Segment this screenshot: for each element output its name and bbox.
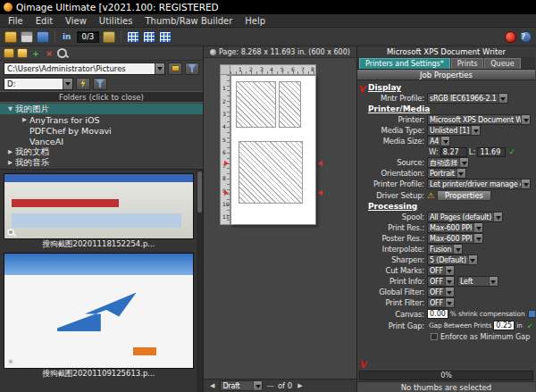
enforce-min-gap-checkbox[interactable] — [431, 333, 438, 340]
print-info-dropdown[interactable]: OFF — [427, 276, 455, 287]
red-v-icon[interactable]: V — [359, 361, 366, 370]
print-placement[interactable] — [236, 81, 276, 128]
global-filter-dropdown[interactable]: OFF — [427, 287, 455, 297]
menu-help[interactable]: Help — [239, 16, 272, 26]
print-placement[interactable] — [239, 141, 303, 204]
media-size-dropdown[interactable]: A4 — [427, 136, 450, 146]
source-dropdown[interactable]: 自动选择 — [427, 157, 469, 168]
folders-header[interactable]: Folders (click to close) — [0, 91, 203, 103]
dropdown-arrow-icon[interactable] — [459, 158, 468, 167]
print-info-position-dropdown[interactable]: Left — [457, 276, 498, 287]
sort-filter-button[interactable] — [93, 78, 107, 90]
record-icon[interactable] — [505, 31, 516, 43]
dropdown-arrow-icon[interactable] — [456, 169, 465, 178]
printer-icon[interactable] — [21, 31, 33, 43]
tab-prints[interactable]: Prints — [451, 58, 484, 69]
new-folder-icon[interactable] — [17, 48, 28, 58]
menu-thumb-raw-builder[interactable]: Thumb/Raw Builder — [138, 16, 239, 26]
tree-item-vanceai[interactable]: VanceAI — [0, 136, 203, 146]
dropdown-arrow-icon[interactable] — [468, 255, 477, 264]
filter-button[interactable] — [185, 63, 199, 75]
media-type-dropdown[interactable]: Unlisted [1] — [427, 125, 481, 136]
interpolate-dropdown[interactable]: Fusion — [427, 244, 463, 254]
dropdown-arrow-icon[interactable] — [489, 277, 498, 286]
grid-view-icon[interactable] — [127, 31, 139, 43]
chevron-down-icon[interactable] — [63, 79, 72, 89]
open-folder-icon[interactable] — [4, 31, 17, 43]
expand-icon[interactable]: ▶ — [5, 148, 15, 155]
lock-icon[interactable] — [103, 31, 115, 43]
dropdown-arrow-icon[interactable] — [498, 94, 507, 103]
expand-icon[interactable]: ▶ — [5, 159, 15, 166]
save-job-icon[interactable] — [37, 31, 49, 43]
tree-item-my-documents[interactable]: ▶ 我的文档 — [0, 146, 203, 157]
canvas-input[interactable]: 0.00 — [427, 309, 448, 319]
length-field[interactable]: 11.69 — [477, 147, 506, 157]
canvas-color-swatch[interactable] — [528, 310, 535, 318]
menu-utilities[interactable]: Utilities — [93, 16, 139, 26]
browse-folder-button[interactable] — [168, 63, 182, 75]
width-field[interactable]: 8.27 — [440, 147, 467, 157]
quick-scan-button[interactable] — [76, 78, 90, 90]
gap-input[interactable]: 0.25 — [493, 321, 515, 330]
red-v-icon[interactable]: V — [358, 85, 365, 94]
thumbnail-image[interactable] — [4, 173, 194, 239]
dropdown-arrow-icon[interactable] — [521, 179, 530, 188]
magnifier-icon[interactable] — [7, 229, 14, 236]
folder-up-icon[interactable] — [4, 48, 14, 58]
spool-dropdown[interactable]: All Pages (default) — [427, 212, 503, 222]
thumbnails-scrollbar[interactable] — [197, 170, 203, 392]
thumbnail-image[interactable] — [4, 253, 194, 369]
dropdown-arrow-icon[interactable] — [473, 234, 482, 243]
magnifier-icon[interactable] — [7, 358, 14, 365]
tree-item-my-pictures[interactable]: ▼ 我的图片 — [0, 104, 203, 114]
printer-profile-dropdown[interactable]: Let printer/driver manage color — [427, 179, 531, 189]
next-page-button[interactable]: ▶ — [296, 382, 304, 389]
tree-item-my-music[interactable]: ▶ 我的音乐 — [0, 157, 203, 168]
prev-page-button[interactable]: ◀ — [208, 382, 216, 389]
search-icon[interactable] — [57, 48, 67, 58]
print-res-dropdown[interactable]: Max-600 PPI — [427, 222, 483, 233]
drive-combo[interactable]: D: — [4, 78, 73, 90]
menu-file[interactable]: File — [2, 16, 29, 26]
dropdown-arrow-icon[interactable] — [453, 245, 462, 254]
print-filter-dropdown[interactable]: OFF — [427, 297, 455, 308]
dropdown-arrow-icon[interactable] — [445, 266, 454, 275]
units-toggle[interactable]: in — [61, 32, 73, 41]
tree-item-pdfchef[interactable]: PDFChef by Movavi — [0, 125, 203, 136]
tab-queue[interactable]: Queue — [484, 58, 520, 69]
menu-edit[interactable]: Edit — [29, 16, 59, 26]
add-images-icon[interactable]: + — [30, 48, 41, 58]
dropdown-arrow-icon[interactable] — [253, 381, 262, 390]
page-preview[interactable]: 1 2 3 4 5 6 7 8 1 2 3 4 5 — [204, 58, 356, 379]
dropdown-arrow-icon[interactable] — [493, 213, 502, 221]
dropdown-arrow-icon[interactable] — [445, 288, 454, 296]
dropdown-arrow-icon[interactable] — [471, 126, 480, 135]
dropdown-arrow-icon[interactable] — [521, 115, 530, 124]
dropdown-arrow-icon[interactable] — [445, 298, 454, 307]
quality-dropdown[interactable]: Draft — [220, 380, 263, 391]
list-view-icon[interactable] — [159, 31, 172, 43]
expand-icon[interactable]: ▼ — [5, 105, 15, 113]
expand-icon[interactable]: ▶ — [20, 116, 29, 123]
remove-images-icon[interactable]: × — [44, 48, 54, 58]
scrollbar-thumb[interactable] — [197, 171, 202, 213]
properties-button[interactable]: Properties — [437, 190, 491, 201]
help-icon[interactable]: ? — [520, 31, 532, 43]
page-canvas[interactable] — [230, 75, 316, 225]
mntr-profile-dropdown[interactable]: sRGB IEC61966-2.1 — [427, 93, 508, 104]
sharpen-dropdown[interactable]: 5 (Default) — [427, 254, 478, 265]
cut-marks-dropdown[interactable]: OFF — [427, 265, 455, 276]
dropdown-arrow-icon[interactable] — [473, 223, 482, 232]
poster-res-dropdown[interactable]: Max-600 PPI — [427, 233, 483, 244]
print-placement[interactable] — [279, 81, 301, 128]
menu-view[interactable]: View — [59, 16, 93, 26]
folder-path-combo[interactable]: C:\Users\Administrator\Pictures — [4, 63, 165, 75]
dropdown-arrow-icon[interactable] — [445, 277, 454, 286]
grid-3x3-view-icon[interactable] — [143, 31, 155, 43]
orientation-dropdown[interactable]: Portrait — [427, 168, 466, 179]
printer-dropdown[interactable]: Microsoft XPS Document Writer — [427, 114, 531, 125]
dropdown-arrow-icon[interactable] — [440, 137, 449, 146]
tab-printers-and-settings[interactable]: Printers and Settings* — [359, 58, 450, 69]
chevron-down-icon[interactable] — [155, 63, 164, 74]
